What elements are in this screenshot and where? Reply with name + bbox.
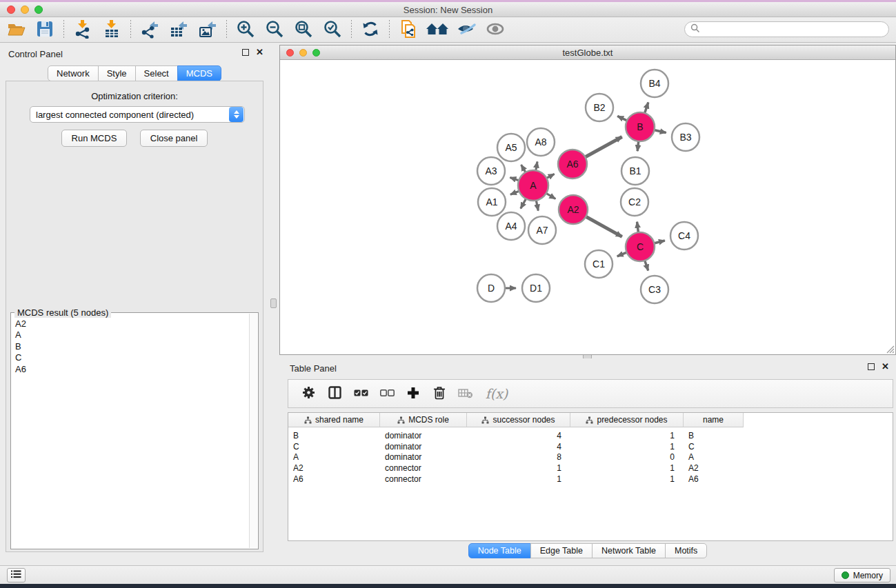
graph-node-C4[interactable]: C4	[670, 222, 698, 250]
zoom-fit-icon	[294, 19, 313, 41]
zoom-in-button[interactable]	[234, 19, 257, 41]
mcds-panel: Optimization criterion: largest connecte…	[6, 81, 263, 552]
close-panel-icon[interactable]: ✕	[256, 49, 263, 56]
tab-node-table[interactable]: Node Table	[468, 543, 531, 558]
mcds-result-item[interactable]: C	[12, 352, 249, 363]
table-row[interactable]: A6 connector 1 1 A6	[288, 474, 893, 485]
memory-button[interactable]: Memory	[834, 568, 890, 582]
graph-node-C3[interactable]: C3	[641, 276, 668, 303]
refresh-view-button[interactable]	[359, 19, 382, 41]
graph-node-C[interactable]: C	[626, 232, 655, 261]
graph-node-A8[interactable]: A8	[527, 128, 555, 156]
delete-column-button[interactable]	[429, 383, 450, 405]
optimization-criterion-select[interactable]: largest connected component (directed)	[30, 106, 245, 123]
table-row[interactable]: B dominator 4 1 B	[288, 430, 893, 441]
open-session-button[interactable]	[4, 19, 28, 41]
column-header-mcds-role[interactable]: MCDS role	[380, 413, 467, 427]
tab-motifs[interactable]: Motifs	[665, 543, 707, 558]
export-table-button[interactable]	[167, 19, 190, 41]
select-all-rows-button[interactable]	[350, 383, 371, 405]
task-history-button[interactable]	[7, 568, 26, 582]
close-table-panel-icon[interactable]: ✕	[882, 363, 889, 370]
zoom-selected-button[interactable]	[321, 19, 344, 41]
import-network-button[interactable]	[71, 19, 94, 41]
table-panel-title: Table Panel	[290, 363, 337, 374]
float-panel-icon[interactable]	[242, 49, 249, 56]
mcds-result-item[interactable]: A	[12, 330, 249, 341]
tab-mcds[interactable]: MCDS	[177, 65, 221, 81]
graph-node-A4[interactable]: A4	[497, 212, 525, 240]
table-row[interactable]: A dominator 8 0 A	[288, 452, 893, 463]
graph-node-A3[interactable]: A3	[477, 157, 505, 185]
show-columns-button[interactable]	[324, 383, 345, 405]
column-type-icon	[304, 416, 312, 424]
save-session-button[interactable]	[33, 19, 57, 41]
graph-node-D1[interactable]: D1	[522, 274, 550, 302]
mcds-result-title: MCDS result (5 nodes)	[14, 307, 111, 318]
function-builder-button[interactable]: f(x)	[481, 383, 512, 405]
graph-node-C1[interactable]: C1	[585, 250, 613, 278]
search-input[interactable]	[700, 23, 888, 36]
zoom-fit-button[interactable]	[292, 19, 315, 41]
column-header-shared-name[interactable]: shared name	[288, 413, 380, 427]
table-row[interactable]: A2 connector 1 1 A2	[288, 463, 893, 474]
graph-node-A2[interactable]: A2	[559, 195, 588, 224]
float-table-panel-icon[interactable]	[868, 363, 875, 370]
graph-node-A[interactable]: A	[518, 170, 548, 201]
run-mcds-button[interactable]: Run MCDS	[61, 130, 128, 147]
network-canvas[interactable]: B4B2BB3A8A5A6A3B1AA1C2A2A4A7C4CC1C3DD1	[280, 60, 895, 354]
network-file-title: testGlobe.txt	[280, 48, 895, 58]
result-list-scrollbar[interactable]	[249, 314, 257, 548]
zoom-out-button[interactable]	[263, 19, 286, 41]
column-header-name[interactable]: name	[684, 413, 744, 427]
export-image-button[interactable]	[196, 19, 219, 41]
mcds-result-item[interactable]: A6	[12, 364, 249, 375]
graph-node-D[interactable]: D	[477, 274, 505, 302]
import-table-button[interactable]	[100, 19, 123, 41]
graph-node-B4[interactable]: B4	[641, 70, 668, 97]
mcds-result-list[interactable]: A2 A B C A6	[12, 318, 249, 548]
toolbar-separator	[130, 20, 131, 39]
control-panel: Control Panel ✕ Network Style Select MCD…	[0, 43, 269, 565]
mcds-result-item[interactable]: A2	[12, 318, 249, 330]
graph-node-C2[interactable]: C2	[621, 188, 648, 216]
graph-node-B[interactable]: B	[626, 112, 655, 141]
show-all-button[interactable]	[484, 19, 507, 41]
tab-network-table[interactable]: Network Table	[592, 543, 666, 558]
main-titlebar[interactable]: Session: New Session	[0, 2, 896, 17]
export-image-icon	[198, 19, 217, 41]
graph-node-B1[interactable]: B1	[621, 157, 649, 185]
table-panel: Table Panel ✕	[279, 358, 896, 565]
graph-node-B2[interactable]: B2	[586, 94, 613, 121]
vertical-splitter-handle[interactable]	[270, 298, 277, 308]
close-panel-button[interactable]: Close panel	[140, 130, 208, 147]
home-button[interactable]	[426, 19, 449, 41]
resize-grip-icon[interactable]	[885, 344, 895, 354]
mcds-result-item[interactable]: B	[12, 341, 249, 352]
column-header-predecessor-nodes[interactable]: predecessor nodes	[570, 413, 684, 427]
copy-network-button[interactable]	[397, 19, 420, 41]
graph-node-B3[interactable]: B3	[672, 123, 699, 151]
export-network-button[interactable]	[138, 19, 161, 41]
graph-node-A6[interactable]: A6	[558, 150, 587, 179]
deselect-all-rows-button[interactable]	[377, 383, 397, 405]
table-settings-button[interactable]	[298, 383, 319, 405]
graph-node-A7[interactable]: A7	[528, 216, 556, 244]
graph-node-A5[interactable]: A5	[497, 134, 525, 161]
delete-table-button[interactable]	[455, 383, 476, 405]
network-graph[interactable]: B4B2BB3A8A5A6A3B1AA1C2A2A4A7C4CC1C3DD1	[280, 60, 895, 354]
search-field[interactable]	[684, 21, 889, 37]
tab-select[interactable]: Select	[135, 65, 178, 81]
create-column-button[interactable]	[403, 383, 424, 405]
table-row[interactable]: C dominator 4 1 C	[288, 441, 893, 452]
tab-edge-table[interactable]: Edge Table	[530, 543, 593, 558]
copy-network-icon	[399, 19, 418, 41]
session-title: Session: New Session	[0, 5, 896, 15]
node-table[interactable]: shared name MCDS role successor nodes pr…	[288, 412, 893, 541]
tab-style[interactable]: Style	[98, 65, 136, 81]
graph-node-A1[interactable]: A1	[478, 188, 506, 216]
tab-network[interactable]: Network	[48, 65, 99, 81]
column-header-successor-nodes[interactable]: successor nodes	[467, 413, 570, 427]
hide-selected-button[interactable]	[455, 19, 478, 41]
network-window-titlebar[interactable]: testGlobe.txt	[280, 45, 895, 60]
